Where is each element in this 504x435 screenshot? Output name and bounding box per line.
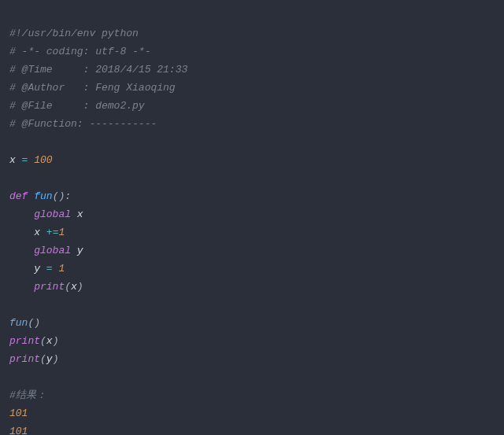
rpar2: ) [53,335,59,347]
fn-print1: print [34,281,65,293]
op-eq2: = [46,263,59,275]
fn-print3: print [9,353,40,365]
output-line-1: 101 [9,407,28,419]
indent [9,263,34,275]
code-block: #!/usr/bin/env python # -*- coding: utf-… [0,0,504,435]
lpar1: ( [65,281,71,293]
fn-call: fun [9,317,28,329]
kw-global-x: global [34,208,77,220]
kw-def: def [9,190,34,202]
arg-y: y [46,353,53,365]
comment-shebang: #!/usr/bin/env python [9,28,139,39]
lpar2: ( [40,335,46,347]
rpar1: ) [77,281,83,293]
var-x3: x [34,227,46,238]
output-line-2: 101 [9,426,28,435]
lpar3: ( [40,353,46,365]
var-x: x [9,154,22,166]
indent [9,281,34,293]
comment-function: # @Function: ----------- [9,118,157,130]
comment-time: # @Time : 2018/4/15 21:33 [9,64,187,76]
comment-coding: # -*- coding: utf-8 -*- [9,46,150,57]
op-pluseq: += [46,227,59,238]
indent [9,227,34,238]
rpar3: ) [53,353,59,365]
indent [9,208,34,220]
arg-x2: x [46,335,53,347]
comment-file: # @File : demo2.py [9,100,145,112]
fn-print2: print [9,335,40,347]
num-1a: 1 [58,227,65,238]
kw-global-y: global [34,245,77,256]
comment-result: #结果： [9,389,46,401]
var-y: y [77,245,83,256]
fn-sig: (): [53,190,71,202]
indent [9,245,34,256]
op-eq: = [22,154,35,166]
comment-author: # @Author : Feng Xiaoqing [9,82,176,94]
var-y2: y [34,263,46,275]
arg-x1: x [71,281,77,293]
num-100: 100 [34,154,52,166]
num-1b: 1 [58,263,65,275]
var-x2: x [77,208,83,220]
fn-name: fun [34,190,52,202]
call-parens: () [28,317,40,329]
